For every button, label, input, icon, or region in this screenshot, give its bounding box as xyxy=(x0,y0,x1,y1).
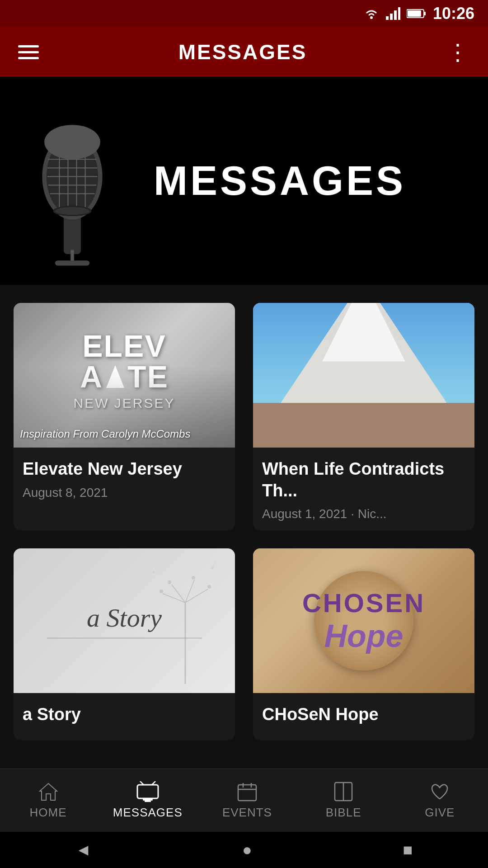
android-nav-bar: ◄ ● ■ xyxy=(0,832,488,868)
message-card-when-life[interactable]: When Contradicts Life the Promise When L… xyxy=(253,303,474,530)
svg-line-33 xyxy=(185,589,208,603)
svg-line-39 xyxy=(154,566,157,571)
message-date-elevate: August 8, 2021 xyxy=(23,486,226,500)
signal-icon xyxy=(386,7,400,20)
top-bar: MESSAGES ⋮ xyxy=(0,27,488,77)
nav-item-messages[interactable]: MESSAGES xyxy=(113,781,183,820)
hero-banner: MESSAGES xyxy=(0,77,488,285)
nav-item-events[interactable]: EVENTS xyxy=(216,781,279,820)
nav-item-bible[interactable]: BIBLE xyxy=(312,781,375,820)
svg-rect-46 xyxy=(145,801,151,802)
nav-item-home[interactable]: HOME xyxy=(17,781,80,820)
message-title-chosen: CHoSeN Hope xyxy=(262,704,465,726)
android-recent-button[interactable]: ■ xyxy=(403,840,413,859)
svg-rect-7 xyxy=(408,10,421,17)
svg-rect-45 xyxy=(143,798,153,801)
svg-point-22 xyxy=(44,125,100,159)
message-info-elevate: Elevate New Jersey August 8, 2021 xyxy=(14,448,235,509)
nav-label-home: HOME xyxy=(30,806,67,820)
battery-icon xyxy=(407,8,427,19)
hero-microphone-image xyxy=(0,77,145,285)
events-calendar-icon xyxy=(237,781,258,802)
bottom-navigation: HOME MESSAGES EVENTS BIBLE xyxy=(0,769,488,832)
svg-point-40 xyxy=(152,571,155,574)
nav-label-give: GIVE xyxy=(425,806,455,820)
message-thumbnail-whenlife: When Contradicts Life the Promise xyxy=(253,303,474,448)
status-time: 10:26 xyxy=(433,4,474,23)
elevate-inspiration: Inspiration From Carolyn McCombs xyxy=(20,428,190,440)
message-meta-whenlife: August 1, 2021 · Nic... xyxy=(262,507,465,521)
more-options-icon[interactable]: ⋮ xyxy=(446,39,470,65)
home-icon xyxy=(38,781,59,802)
svg-point-0 xyxy=(370,16,373,19)
nav-label-messages: MESSAGES xyxy=(113,806,183,820)
svg-point-36 xyxy=(192,576,195,580)
svg-point-35 xyxy=(168,580,171,584)
bible-book-icon xyxy=(333,781,354,802)
nav-label-events: EVENTS xyxy=(222,806,272,820)
message-thumbnail-story: a Story xyxy=(14,548,235,693)
message-info-whenlife: When Life Contradicts Th... August 1, 20… xyxy=(253,448,474,530)
status-bar: 10:26 xyxy=(0,0,488,27)
android-home-button[interactable]: ● xyxy=(242,840,252,859)
hero-title: MESSAGES xyxy=(145,158,406,204)
messages-tv-icon xyxy=(136,781,160,802)
svg-rect-44 xyxy=(137,785,158,798)
message-info-story: a Story xyxy=(14,693,235,740)
svg-point-24 xyxy=(55,207,89,215)
svg-line-41 xyxy=(212,562,216,566)
svg-rect-2 xyxy=(390,14,393,20)
status-icons: 10:26 xyxy=(363,4,474,23)
page-title: MESSAGES xyxy=(178,40,307,64)
svg-rect-4 xyxy=(398,7,400,20)
message-card-chosen-hope[interactable]: CHoSeN Hope CHoSeN Hope xyxy=(253,548,474,740)
message-title-whenlife: When Life Contradicts Th... xyxy=(262,458,465,501)
dandelion-svg xyxy=(145,557,226,684)
message-info-chosen: CHoSeN Hope xyxy=(253,693,474,740)
svg-marker-43 xyxy=(40,783,57,800)
give-heart-icon xyxy=(429,781,450,802)
message-card-story[interactable]: a Story a Story xyxy=(14,548,235,740)
svg-rect-49 xyxy=(238,785,256,801)
message-thumbnail-chosen: CHoSeN Hope xyxy=(253,548,474,693)
hamburger-menu-icon[interactable] xyxy=(18,45,39,59)
wifi-icon xyxy=(363,7,380,20)
nav-item-give[interactable]: GIVE xyxy=(408,781,471,820)
messages-grid: ELEV A TE NEW JERSEY Inspiration From Ca… xyxy=(0,285,488,758)
message-title-elevate: Elevate New Jersey xyxy=(23,458,226,480)
svg-rect-3 xyxy=(394,10,397,20)
svg-rect-6 xyxy=(424,12,426,15)
svg-rect-10 xyxy=(55,260,89,265)
microphone-svg xyxy=(14,90,131,271)
svg-line-32 xyxy=(185,580,194,603)
nav-label-bible: BIBLE xyxy=(326,806,361,820)
message-title-story: a Story xyxy=(23,704,226,726)
message-thumbnail-elevate: ELEV A TE NEW JERSEY Inspiration From Ca… xyxy=(14,303,235,448)
svg-rect-1 xyxy=(386,16,389,20)
svg-point-42 xyxy=(211,566,214,569)
svg-rect-29 xyxy=(253,403,474,448)
svg-point-37 xyxy=(207,585,211,589)
message-card-elevate-nj[interactable]: ELEV A TE NEW JERSEY Inspiration From Ca… xyxy=(14,303,235,530)
android-back-button[interactable]: ◄ xyxy=(75,840,92,859)
mountain-bg xyxy=(253,303,474,448)
svg-point-38 xyxy=(160,590,163,593)
